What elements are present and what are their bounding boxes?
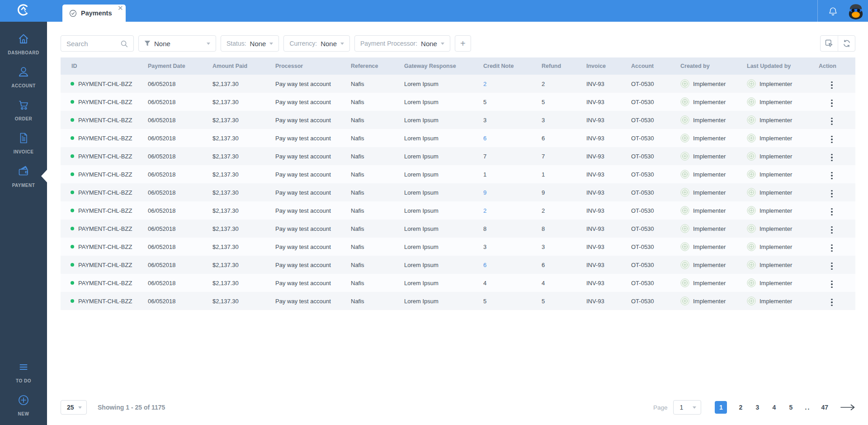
table-row[interactable]: PAYMENT-CHL-BZZ 06/052018 $2,137.30 Pay …: [61, 93, 855, 111]
kebab-menu-icon[interactable]: [830, 207, 834, 217]
next-page-button[interactable]: [840, 404, 855, 411]
currency-filter-dropdown[interactable]: Currency: None: [283, 35, 350, 52]
kebab-menu-icon[interactable]: [830, 279, 834, 290]
close-icon[interactable]: ✕: [118, 5, 123, 11]
column-header-account[interactable]: Account: [627, 63, 676, 69]
cell-credit-note[interactable]: 2: [479, 207, 537, 214]
column-header-id[interactable]: ID: [61, 63, 143, 69]
cell-credit-note[interactable]: 6: [479, 262, 537, 268]
last-updated-by-name: Implementer: [760, 99, 792, 105]
sidebar-item-dashboard[interactable]: DASHBOARD: [0, 27, 47, 60]
kebab-menu-icon[interactable]: [830, 134, 834, 145]
column-header-payment-date[interactable]: Payment Date: [143, 63, 208, 69]
kebab-menu-icon[interactable]: [830, 189, 834, 199]
cell-id: PAYMENT-CHL-BZZ: [61, 135, 143, 142]
kebab-menu-icon[interactable]: [830, 171, 834, 181]
sidebar-item-account[interactable]: ACCOUNT: [0, 60, 47, 93]
table-row[interactable]: PAYMENT-CHL-BZZ 06/052018 $2,137.30 Pay …: [61, 238, 855, 256]
payment-id: PAYMENT-CHL-BZZ: [78, 81, 132, 87]
table-row[interactable]: PAYMENT-CHL-BZZ 06/052018 $2,137.30 Pay …: [61, 183, 855, 201]
kebab-menu-icon[interactable]: [830, 80, 834, 91]
table-row[interactable]: PAYMENT-CHL-BZZ 06/052018 $2,137.30 Pay …: [61, 165, 855, 183]
column-header-invoice[interactable]: Invoice: [582, 63, 627, 69]
payment-id: PAYMENT-CHL-BZZ: [78, 262, 132, 268]
column-header-action[interactable]: Action: [814, 63, 855, 69]
kebab-menu-icon[interactable]: [830, 297, 834, 308]
penguin-avatar[interactable]: [847, 2, 864, 19]
implementer-avatar-icon: [747, 242, 756, 251]
cell-gateway-response: Lorem Ipsum: [400, 117, 479, 124]
sidebar-item-payment[interactable]: PAYMENT: [0, 159, 47, 192]
pagination: Page 1 12345..47: [653, 400, 855, 415]
column-header-created-by[interactable]: Created by: [676, 63, 742, 69]
cell-last-updated-by: Implementer: [742, 170, 814, 179]
column-header-gateway-response[interactable]: Gateway Response: [400, 63, 479, 69]
kebab-menu-icon[interactable]: [830, 98, 834, 109]
cell-payment-date: 06/052018: [143, 189, 208, 196]
add-filter-button[interactable]: +: [455, 35, 471, 52]
status-filter-label: Status:: [226, 40, 246, 47]
table-row[interactable]: PAYMENT-CHL-BZZ 06/052018 $2,137.30 Pay …: [61, 129, 855, 147]
payment-id: PAYMENT-CHL-BZZ: [78, 153, 132, 160]
page-button-3[interactable]: 3: [754, 404, 760, 411]
column-header-amount-paid[interactable]: Amount Paid: [208, 63, 271, 69]
currency-filter-label: Currency:: [289, 40, 317, 47]
cell-action: [814, 186, 855, 199]
table-row[interactable]: PAYMENT-CHL-BZZ 06/052018 $2,137.30 Pay …: [61, 256, 855, 274]
cell-account: OT-0530: [627, 153, 676, 160]
cell-last-updated-by: Implementer: [742, 260, 814, 269]
kebab-menu-icon[interactable]: [830, 261, 834, 272]
refresh-button[interactable]: [838, 36, 855, 51]
page-button-47[interactable]: 47: [821, 404, 828, 411]
cell-last-updated-by: Implementer: [742, 242, 814, 251]
saved-filter-dropdown[interactable]: None: [138, 35, 216, 52]
cell-credit-note[interactable]: 6: [479, 135, 537, 142]
kebab-menu-icon[interactable]: [830, 225, 834, 235]
kebab-menu-icon[interactable]: [830, 243, 834, 253]
page-button-5[interactable]: 5: [788, 404, 794, 411]
page-button-1[interactable]: 1: [715, 401, 727, 414]
implementer-avatar-icon: [680, 97, 689, 106]
kebab-menu-icon[interactable]: [830, 153, 834, 163]
table-row[interactable]: PAYMENT-CHL-BZZ 06/052018 $2,137.30 Pay …: [61, 220, 855, 238]
kebab-menu-icon[interactable]: [830, 116, 834, 127]
cell-reference: Nafis: [346, 244, 400, 250]
sidebar-item-invoice[interactable]: INVOICE: [0, 126, 47, 159]
cell-credit-note[interactable]: 2: [479, 81, 537, 87]
table-row[interactable]: PAYMENT-CHL-BZZ 06/052018 $2,137.30 Pay …: [61, 111, 855, 129]
page-button-2[interactable]: 2: [737, 404, 744, 411]
column-header-credit-note[interactable]: Credit Note: [479, 63, 537, 69]
app-logo[interactable]: [0, 0, 47, 22]
sidebar-item-order[interactable]: ORDER: [0, 93, 47, 126]
status-dot-icon: [71, 118, 74, 122]
last-updated-by-name: Implementer: [760, 244, 792, 250]
chevron-down-icon: [441, 43, 444, 45]
status-filter-dropdown[interactable]: Status: None: [221, 35, 279, 52]
table-row[interactable]: PAYMENT-CHL-BZZ 06/052018 $2,137.30 Pay …: [61, 201, 855, 220]
bell-icon[interactable]: [828, 6, 838, 16]
column-header-processor[interactable]: Processor: [271, 63, 346, 69]
table-row[interactable]: PAYMENT-CHL-BZZ 06/052018 $2,137.30 Pay …: [61, 292, 855, 310]
search-input[interactable]: Search: [61, 35, 134, 52]
table-row[interactable]: PAYMENT-CHL-BZZ 06/052018 $2,137.30 Pay …: [61, 147, 855, 165]
column-header-last-updated-by[interactable]: Last Updated by: [742, 63, 814, 69]
tab-payments[interactable]: Payments ✕: [62, 5, 126, 22]
cell-credit-note[interactable]: 9: [479, 189, 537, 196]
table-row[interactable]: PAYMENT-CHL-BZZ 06/052018 $2,137.30 Pay …: [61, 75, 855, 93]
page-size-select[interactable]: 25: [61, 400, 87, 415]
payment-processor-filter-dropdown[interactable]: Payment Processor: None: [354, 35, 450, 52]
cell-credit-note: 3: [479, 117, 537, 124]
page-list: 12345..47: [715, 401, 828, 414]
cell-created-by: Implementer: [676, 115, 742, 124]
cell-amount-paid: $2,137.30: [208, 225, 271, 232]
table-row[interactable]: PAYMENT-CHL-BZZ 06/052018 $2,137.30 Pay …: [61, 274, 855, 292]
page-jump-select[interactable]: 1: [673, 400, 701, 415]
sidebar-item-todo[interactable]: TO DO: [0, 355, 47, 388]
select-rows-button[interactable]: [821, 36, 838, 51]
payment-id: PAYMENT-CHL-BZZ: [78, 171, 132, 178]
sidebar-item-new[interactable]: NEW: [0, 388, 47, 421]
page-button-4[interactable]: 4: [771, 404, 777, 411]
column-header-reference[interactable]: Reference: [346, 63, 400, 69]
column-header-refund[interactable]: Refund: [537, 63, 582, 69]
status-dot-icon: [71, 100, 74, 104]
